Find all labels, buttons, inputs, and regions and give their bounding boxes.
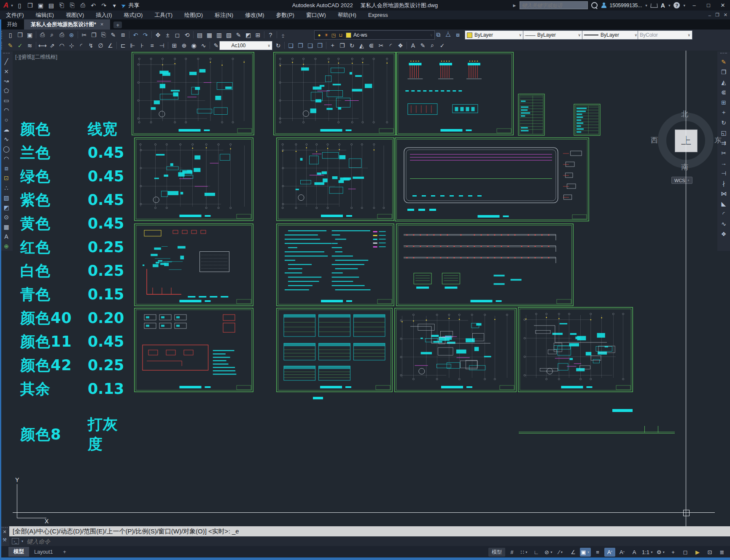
compass-south-label[interactable]: 南 <box>681 162 688 172</box>
dim-style-dropdown[interactable]: Ac100 ∨ <box>219 41 272 50</box>
paste-icon[interactable]: ⎘ <box>99 30 108 39</box>
zoom-window-icon[interactable]: ◻ <box>172 30 182 39</box>
mirror-icon[interactable]: ◭ <box>357 41 366 50</box>
move-icon[interactable]: ＋ <box>328 41 337 50</box>
spell-check-icon[interactable]: ✓ <box>437 41 447 50</box>
zoom-realtime-icon[interactable]: ± <box>163 30 172 39</box>
layer-thaw-icon[interactable]: ☀ <box>323 31 329 40</box>
new-icon[interactable]: ▯ <box>5 30 15 39</box>
mtext-icon[interactable]: A <box>408 41 418 50</box>
menu-10[interactable]: 参数(P) <box>270 11 300 19</box>
tab-start[interactable]: 开始 <box>0 19 24 30</box>
clean-screen-icon[interactable]: ⊡ <box>704 548 715 557</box>
zoom-previous-icon[interactable]: ⟲ <box>182 30 192 39</box>
layer-on-icon[interactable]: ● <box>316 31 322 40</box>
fillet-icon[interactable]: ◜ <box>719 209 729 219</box>
toolbar-grip[interactable] <box>3 53 10 56</box>
dim-angular-icon[interactable]: ∠ <box>105 41 115 50</box>
menu-9[interactable]: 修改(M) <box>239 11 270 19</box>
find-icon[interactable]: ⌕ <box>428 41 437 50</box>
save-icon[interactable]: ▣ <box>36 1 46 10</box>
recent-commands-dropdown-icon[interactable]: ▾ <box>22 539 23 543</box>
doc-minimize-button[interactable]: – <box>708 13 711 18</box>
rotate-icon[interactable]: ↻ <box>719 118 729 128</box>
toolbar-grip[interactable] <box>720 53 727 56</box>
qnew-icon[interactable]: ▯ <box>15 1 24 10</box>
block-editor-icon[interactable]: ⧈ <box>118 30 128 39</box>
model-tab[interactable]: 模型 <box>8 547 29 557</box>
hatch-icon[interactable]: ▨ <box>1 193 11 202</box>
dim-baseline-icon[interactable]: ⊩ <box>128 41 137 50</box>
construction-line-icon[interactable]: ⨯ <box>1 67 11 76</box>
autodesk-dropdown-icon[interactable]: ▾ <box>668 3 671 8</box>
make-block-icon[interactable]: ⊡ <box>1 173 11 183</box>
designcenter-icon[interactable]: ▦ <box>205 30 214 39</box>
menu-11[interactable]: 窗口(W) <box>300 11 332 19</box>
rectangle-icon[interactable]: ▭ <box>1 96 11 105</box>
quick-dim-icon[interactable]: ⊏ <box>118 41 128 50</box>
toolbar-grip[interactable] <box>1 42 4 49</box>
layer-unlock-icon[interactable]: ⊔ <box>338 31 344 40</box>
linetype-dropdown[interactable]: --------- ByLayer ∨ <box>523 30 583 40</box>
draworder-above-icon[interactable]: ❑ <box>305 41 315 50</box>
share-button[interactable]: 共享 <box>129 2 140 9</box>
polyline-icon[interactable]: ↝ <box>1 76 11 86</box>
search-expand-icon[interactable]: ▶ <box>513 3 516 8</box>
dim-continue-icon[interactable]: ⊦ <box>137 41 147 50</box>
autoscale-annotation-icon[interactable]: A* <box>617 548 628 557</box>
undo-icon[interactable]: ↶ <box>131 30 140 39</box>
blend-curves-icon[interactable]: ∿ <box>719 219 729 229</box>
polar-tracking-icon[interactable]: ⊘▼ <box>543 548 554 557</box>
plot-preview-icon[interactable]: ⌕ <box>47 30 57 39</box>
command-customize-icon[interactable]: ⚒ <box>3 537 7 543</box>
close-button[interactable]: ✕ <box>717 2 728 8</box>
rotate-icon[interactable]: ↻ <box>347 41 357 50</box>
trim-icon[interactable]: ✂ <box>719 148 729 158</box>
dim-jogged-icon[interactable]: ↯ <box>86 41 96 50</box>
customize-statusbar-icon[interactable]: ≣ <box>717 548 727 557</box>
dim-aligned-icon[interactable]: ⇗ <box>47 41 57 50</box>
open-icon[interactable]: ❒ <box>25 1 35 10</box>
menu-8[interactable]: 标注(N) <box>209 11 239 19</box>
open-mobile-icon[interactable]: ⎘ <box>67 1 77 10</box>
break-icon[interactable]: ∤ <box>719 178 729 188</box>
layer-isolate-icon[interactable]: ⧊ <box>443 30 453 39</box>
command-close-icon[interactable]: ✕ <box>3 529 6 535</box>
multiline-text-icon[interactable]: A <box>1 232 11 241</box>
explode-icon[interactable]: ❖ <box>396 41 405 50</box>
dim-inspect-icon[interactable]: ◉ <box>189 41 199 50</box>
object-snap-tracking-icon[interactable]: ∠ <box>568 548 579 557</box>
revision-cloud-icon[interactable]: ☁ <box>1 125 11 135</box>
save-as-icon[interactable]: ▤ <box>46 1 56 10</box>
edit-text-icon[interactable]: ✎ <box>418 41 428 50</box>
compass-east-label[interactable]: 东 <box>714 135 722 145</box>
store-cart-icon[interactable] <box>650 3 657 8</box>
point-icon[interactable]: ∴ <box>1 183 11 193</box>
minimize-button[interactable]: – <box>689 2 700 8</box>
polygon-icon[interactable]: ⬠ <box>1 86 11 96</box>
dim-diameter-icon[interactable]: ∅ <box>96 41 105 50</box>
customize-qat-icon[interactable]: ▾ <box>110 1 119 10</box>
sheet-set-manager-icon[interactable]: ▧ <box>224 30 234 39</box>
compass-north-label[interactable]: 北 <box>681 109 688 119</box>
export-icon[interactable]: ⎗ <box>57 1 67 10</box>
menu-5[interactable]: 格式(O) <box>118 11 149 19</box>
spline-icon[interactable]: ∿ <box>1 135 11 144</box>
toolbar-grip[interactable] <box>1 31 4 39</box>
publish-icon[interactable]: ⊛ <box>67 30 76 39</box>
array-icon[interactable]: ⊞ <box>719 97 729 108</box>
dim-break-icon[interactable]: ⊣ <box>157 41 167 50</box>
draworder-under-icon[interactable]: ❒ <box>315 41 325 50</box>
arc-icon[interactable]: ◠ <box>1 105 11 115</box>
new-layout-button[interactable]: + <box>58 548 71 556</box>
new-drawing-tab-button[interactable]: + <box>113 22 122 28</box>
help-icon[interactable]: ? <box>266 30 275 39</box>
annotation-visibility-icon[interactable]: A° <box>604 548 615 557</box>
ortho-mode-icon[interactable]: ∟ <box>531 548 542 557</box>
menu-12[interactable]: 帮助(H) <box>332 11 362 19</box>
app-menu-dropdown-icon[interactable]: ▾ <box>11 3 13 8</box>
circle-icon[interactable]: ○ <box>1 115 11 125</box>
compass-west-label[interactable]: 西 <box>651 135 658 145</box>
draworder-front-icon[interactable]: ❏ <box>286 41 296 50</box>
explode-icon[interactable]: ❖ <box>719 229 729 239</box>
